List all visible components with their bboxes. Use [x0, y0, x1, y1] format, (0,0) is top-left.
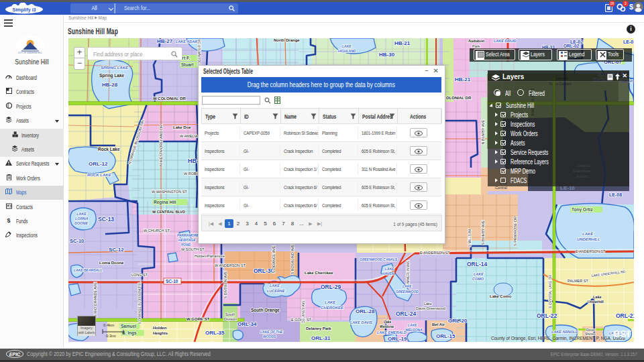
- svg-text:PALMER ST: PALMER ST: [568, 279, 588, 283]
- svg-text:ORL-02: ORL-02: [564, 44, 580, 48]
- svg-text:LAKE ADAIR: LAKE ADAIR: [176, 40, 199, 44]
- svg-text:S BUMBY AVE: S BUMBY AVE: [481, 220, 485, 245]
- svg-text:Audubon: Audubon: [468, 39, 485, 43]
- svg-text:LAKE DRUID: LAKE DRUID: [494, 39, 517, 43]
- svg-text:W ANDERSON ST: W ANDERSON ST: [215, 263, 246, 267]
- svg-text:Davis-Greenwood: Davis-Greenwood: [416, 306, 445, 310]
- svg-text:LE-02: LE-02: [570, 40, 583, 44]
- svg-text:W GORE ST: W GORE ST: [186, 317, 210, 321]
- svg-text:HB-27: HB-27: [157, 38, 173, 44]
- svg-text:N BUMBY AVE: N BUMBY AVE: [481, 119, 485, 144]
- svg-text:GREENWOOD: GREENWOOD: [396, 290, 419, 294]
- svg-text:ORL-15: ORL-15: [436, 333, 455, 339]
- svg-text:Division: Division: [224, 317, 237, 321]
- svg-text:Simplify i3: Simplify i3: [12, 7, 36, 13]
- svg-text:DELANEY AVE: DELANEY AVE: [301, 300, 305, 323]
- svg-text:UNDERHILL: UNDERHILL: [577, 237, 600, 241]
- svg-text:ORL-28: ORL-28: [356, 308, 375, 314]
- svg-text:EDGEWATER DR: EDGEWATER DR: [197, 39, 201, 66]
- svg-text:S PRIMROSE DR: S PRIMROSE DR: [513, 217, 517, 246]
- svg-text:LORNA: LORNA: [75, 217, 89, 221]
- svg-text:Spring Lake: Spring Lake: [99, 73, 125, 78]
- svg-text:HB-30: HB-30: [379, 52, 395, 58]
- svg-text:WOODS: WOODS: [263, 335, 276, 339]
- svg-text:Delaney Park: Delaney Park: [306, 326, 331, 330]
- svg-text:South Orange: South Orange: [251, 308, 280, 313]
- svg-text:ORL-31: ORL-31: [311, 335, 331, 341]
- svg-text:S ORANGE AVE: S ORANGE AVE: [272, 245, 276, 273]
- svg-text:Regina Hill: Regina Hill: [154, 200, 176, 205]
- svg-text:S MILLS AV: S MILLS AV: [468, 229, 472, 247]
- svg-text:CHEROKEE: CHEROKEE: [321, 306, 344, 310]
- svg-text:OLONIAL DR: OLONIAL DR: [446, 96, 472, 100]
- svg-text:LAKE: LAKE: [342, 44, 352, 48]
- svg-text:Weldona: Weldona: [380, 324, 394, 328]
- svg-text:LAKE: LAKE: [408, 323, 417, 327]
- svg-text:HB-21: HB-21: [455, 76, 471, 82]
- svg-text:SPRING LAKE: SPRING LAKE: [101, 66, 129, 70]
- svg-text:DOONE: DOONE: [74, 221, 89, 225]
- svg-text:ORL-30: ORL-30: [254, 267, 274, 274]
- svg-text:$: $: [7, 217, 10, 223]
- svg-text:Heights: Heights: [153, 331, 168, 335]
- svg-text:S ROSALIND AVE: S ROSALIND AVE: [290, 244, 294, 274]
- svg-text:POND: POND: [181, 243, 191, 247]
- svg-text:S ORANGE BLOSSOM TRL: S ORANGE BLOSSOM TRL: [138, 282, 142, 324]
- svg-text:GREENWOOD CANALS: GREENWOOD CANALS: [360, 257, 398, 261]
- svg-text:SC-12: SC-12: [109, 247, 124, 253]
- svg-text:HB-28: HB-28: [102, 82, 118, 88]
- svg-text:ORL-14: ORL-14: [467, 261, 488, 267]
- svg-text:SC-10: SC-10: [166, 279, 178, 284]
- svg-text:COMO: COMO: [472, 277, 484, 281]
- svg-text:W SOUTH ST: W SOUTH ST: [181, 247, 205, 251]
- svg-text:LAKE ARNOLD: LAKE ARNOLD: [551, 330, 578, 334]
- svg-text:LAKE: LAKE: [385, 267, 394, 271]
- svg-text:S DIVISION AVE: S DIVISION AVE: [223, 271, 227, 298]
- svg-text:South: South: [225, 312, 235, 316]
- svg-text:LAKE: LAKE: [582, 232, 594, 236]
- svg-text:ORL-35: ORL-35: [205, 330, 225, 336]
- svg-text:ORL-19: ORL-19: [388, 336, 407, 342]
- svg-text:E ANDERSON ST: E ANDERSON ST: [576, 249, 606, 253]
- svg-text:Holden: Holden: [153, 326, 167, 330]
- svg-text:ROCK LAKE: ROCK LAKE: [87, 173, 112, 177]
- svg-text:LAKE: LAKE: [474, 272, 484, 276]
- svg-text:W CENTRAL BLVD: W CENTRAL BLVD: [152, 210, 185, 214]
- svg-text:LAKE: LAKE: [325, 300, 336, 304]
- svg-text:LAKE EMERALD: LAKE EMERALD: [377, 330, 407, 335]
- svg-text:LAKE DAVIS: LAKE DAVIS: [350, 320, 372, 324]
- svg-text:HAVEN: HAVEN: [382, 272, 394, 276]
- svg-text:LAKE BEARDALL: LAKE BEARDALL: [74, 268, 103, 272]
- svg-text:HIGHLAND: HIGHLAND: [338, 49, 356, 53]
- svg-text:Lake: Lake: [424, 302, 432, 306]
- svg-text:W CHURCH ST: W CHURCH ST: [144, 229, 170, 233]
- svg-text:HB-21: HB-21: [394, 40, 411, 46]
- svg-text:ORL-12: ORL-12: [89, 161, 108, 167]
- svg-text:Lake Cherokee: Lake Cherokee: [305, 271, 333, 275]
- svg-text:Underhill: Underhill: [588, 300, 604, 304]
- svg-text:WELDONA: WELDONA: [405, 328, 423, 332]
- svg-text:CITY OF SUNSHINE HILL: CITY OF SUNSHINE HILL: [18, 52, 42, 54]
- svg-text:Lake Como: Lake Como: [490, 294, 512, 298]
- svg-text:N WESTMORELAND DR: N WESTMORELAND DR: [159, 125, 163, 166]
- svg-text:ORL-22: ORL-22: [537, 312, 557, 319]
- svg-text:ORL-29: ORL-29: [321, 284, 341, 290]
- svg-text:Tony Ortiz: Tony Ortiz: [572, 207, 593, 213]
- svg-text:Lake: Lake: [384, 320, 392, 324]
- svg-text:ORL-20: ORL-20: [448, 318, 468, 324]
- svg-text:LAKE: LAKE: [270, 284, 280, 288]
- svg-text:S CRYSTAL LAKE DR: S CRYSTAL LAKE DR: [548, 275, 552, 308]
- svg-text:Loma Doone: Loma Doone: [99, 261, 124, 265]
- svg-text:Stuart: Stuart: [181, 62, 195, 67]
- svg-text:HERITAGE: HERITAGE: [178, 238, 196, 242]
- svg-text:North Orange: North Orange: [274, 38, 300, 42]
- svg-text:Rock Lake: Rock Lake: [98, 147, 120, 152]
- svg-text:LE-03: LE-03: [623, 40, 634, 44]
- svg-text:S RIO GRANDE AVE: S RIO GRANDE AVE: [93, 282, 97, 317]
- svg-text:Holden/Parramore: Holden/Parramore: [195, 254, 225, 258]
- svg-text:PARRAMORE: PARRAMORE: [177, 233, 199, 237]
- svg-text:LAKE: LAKE: [76, 212, 87, 216]
- svg-text:Lake Doe: Lake Doe: [173, 125, 191, 129]
- svg-text:E ANDERSON ST: E ANDERSON ST: [420, 251, 450, 255]
- svg-text:Bel Air: Bel Air: [432, 322, 445, 326]
